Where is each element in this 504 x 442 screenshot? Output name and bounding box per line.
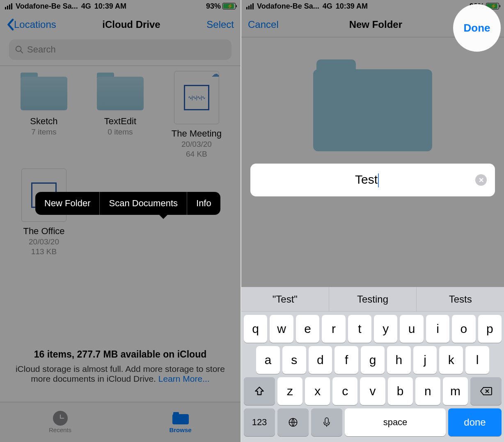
carrier-label: Vodafone-Be Sa... xyxy=(257,2,319,11)
key-q[interactable]: q xyxy=(244,315,267,343)
folder-icon xyxy=(172,412,189,424)
key-d[interactable]: d xyxy=(309,346,332,374)
grid-item-file[interactable]: ☁︎ ∿|∿|∿|∿ The Meeting 20/03/20 64 KB xyxy=(158,68,235,166)
grid-item-folder[interactable]: TextEdit 0 items xyxy=(82,68,158,166)
signal-icon xyxy=(246,3,254,9)
key-u[interactable]: u xyxy=(400,315,423,343)
key-f[interactable]: f xyxy=(334,346,358,374)
nav-bar: Locations iCloud Drive Select xyxy=(0,12,241,37)
context-new-folder[interactable]: New Folder xyxy=(35,192,100,215)
page-title: iCloud Drive xyxy=(56,19,207,30)
text-cursor xyxy=(378,173,379,187)
key-e[interactable]: e xyxy=(296,315,319,343)
context-info[interactable]: Info xyxy=(187,192,220,215)
time-label: 10:39 AM xyxy=(94,2,126,11)
key-t[interactable]: t xyxy=(348,315,371,343)
item-sub2: 64 KB xyxy=(160,150,233,159)
key-k[interactable]: k xyxy=(439,346,463,374)
tab-label: Recents xyxy=(49,426,71,433)
audio-glyph-icon: ∿|∿|∿|∿ xyxy=(184,85,209,110)
signal-icon xyxy=(5,3,12,9)
shift-icon xyxy=(254,386,265,396)
battery-pct: 93% xyxy=(206,2,221,11)
key-p[interactable]: p xyxy=(478,315,502,343)
search-icon xyxy=(15,45,24,54)
item-sub: 7 items xyxy=(7,128,80,137)
mic-icon xyxy=(323,417,331,428)
search-input[interactable]: Search xyxy=(9,39,231,60)
cancel-button[interactable]: Cancel xyxy=(248,19,279,30)
suggestion-3[interactable]: Tests xyxy=(417,287,504,311)
key-h[interactable]: h xyxy=(387,346,411,374)
clock-icon xyxy=(53,411,68,426)
status-bar: Vodafone-Be Sa... 4G 10:39 AM 93% ⚡ xyxy=(0,0,241,12)
tab-browse[interactable]: Browse xyxy=(120,402,241,442)
cloud-download-icon: ☁︎ xyxy=(211,69,220,79)
network-label: 4G xyxy=(323,2,332,11)
page-title: New Folder xyxy=(279,19,473,30)
backspace-key[interactable] xyxy=(470,377,502,405)
context-scan-documents[interactable]: Scan Documents xyxy=(100,192,187,215)
key-i[interactable]: i xyxy=(426,315,449,343)
suggestion-1[interactable]: "Test" xyxy=(241,287,329,311)
x-icon: ✕ xyxy=(479,176,484,184)
backspace-icon xyxy=(480,386,492,396)
folder-name-field[interactable]: Test ✕ xyxy=(250,164,495,196)
keyboard-done-key[interactable]: done xyxy=(448,408,502,436)
suggestion-2[interactable]: Testing xyxy=(329,287,417,311)
tab-recents[interactable]: Recents xyxy=(0,402,120,442)
space-key[interactable]: space xyxy=(345,408,446,436)
item-sub: 0 items xyxy=(84,128,157,137)
key-y[interactable]: y xyxy=(374,315,397,343)
tab-label: Browse xyxy=(169,426,191,433)
key-l[interactable]: l xyxy=(465,346,489,374)
key-v[interactable]: v xyxy=(360,377,385,405)
globe-key[interactable] xyxy=(277,408,309,436)
key-s[interactable]: s xyxy=(282,346,306,374)
folder-icon xyxy=(95,71,145,112)
item-name: The Office xyxy=(7,226,80,237)
shift-key[interactable] xyxy=(244,377,275,405)
select-button[interactable]: Select xyxy=(206,19,234,30)
back-label: Locations xyxy=(14,19,56,30)
key-r[interactable]: r xyxy=(322,315,345,343)
item-name: Sketch xyxy=(7,116,80,127)
folder-icon xyxy=(19,71,69,112)
globe-icon xyxy=(288,417,298,428)
key-a[interactable]: a xyxy=(256,346,280,374)
learn-more-link[interactable]: Learn More... xyxy=(158,374,210,383)
file-icon: ☁︎ ∿|∿|∿|∿ xyxy=(174,71,219,124)
keyboard: "Test" Testing Tests qwertyuiop asdfghjk… xyxy=(241,287,504,442)
key-m[interactable]: m xyxy=(443,377,468,405)
folder-name-value: Test xyxy=(355,173,378,186)
storage-footer: 16 items, 277.7 MB available on iCloud i… xyxy=(0,349,241,384)
svg-line-1 xyxy=(21,51,23,53)
context-menu: New Folder Scan Documents Info xyxy=(35,192,220,215)
key-z[interactable]: z xyxy=(277,377,302,405)
done-label: Done xyxy=(464,22,490,34)
key-w[interactable]: w xyxy=(270,315,293,343)
key-n[interactable]: n xyxy=(415,377,440,405)
svg-rect-3 xyxy=(325,418,328,424)
numbers-key[interactable]: 123 xyxy=(244,408,275,436)
key-x[interactable]: x xyxy=(305,377,330,405)
done-button[interactable]: Done xyxy=(453,4,501,52)
back-button[interactable]: Locations xyxy=(7,18,56,31)
battery-icon: ⚡ xyxy=(222,3,236,9)
key-o[interactable]: o xyxy=(452,315,475,343)
key-j[interactable]: j xyxy=(413,346,437,374)
item-name: The Meeting xyxy=(160,128,233,139)
grid-item-file[interactable]: ∿|∿|∿|∿ The Office 20/03/20 113 KB xyxy=(6,166,82,264)
key-g[interactable]: g xyxy=(361,346,385,374)
mic-key[interactable] xyxy=(311,408,342,436)
key-c[interactable]: c xyxy=(332,377,357,405)
item-sub: 20/03/20 xyxy=(7,237,80,246)
key-b[interactable]: b xyxy=(388,377,413,405)
search-placeholder: Search xyxy=(27,44,56,55)
time-label: 10:39 AM xyxy=(336,2,368,11)
carrier-label: Vodafone-Be Sa... xyxy=(16,2,78,11)
item-name: TextEdit xyxy=(84,116,157,127)
clear-text-button[interactable]: ✕ xyxy=(475,174,487,186)
grid-item-folder[interactable]: Sketch 7 items xyxy=(6,68,82,166)
new-folder-preview-icon xyxy=(313,59,432,151)
